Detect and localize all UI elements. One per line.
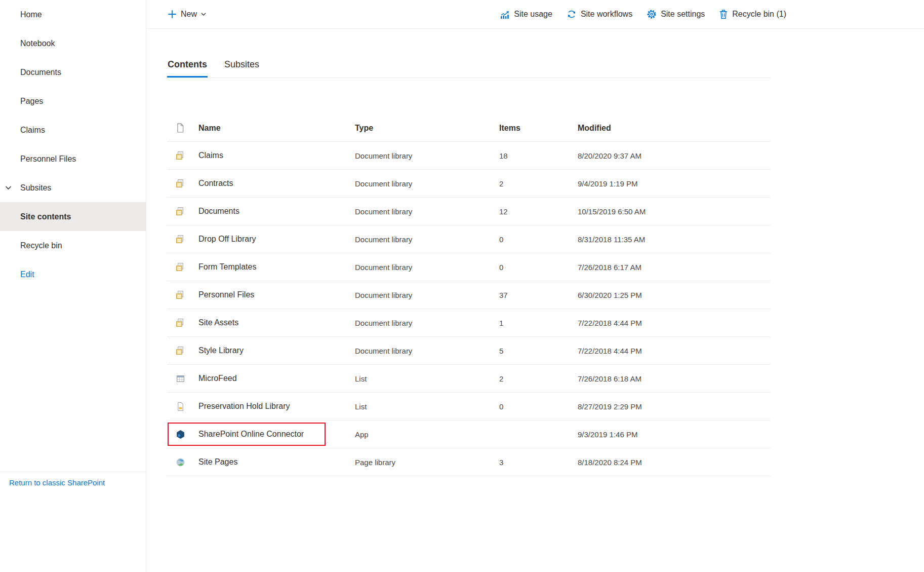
table-row[interactable]: Preservation Hold LibraryList08/27/2019 … [167,393,771,421]
table-row[interactable]: Style LibraryDocument library57/22/2018 … [167,337,771,365]
row-modified: 6/30/2020 1:25 PM [578,291,771,299]
row-name[interactable]: Claims [198,151,355,160]
row-name[interactable]: Style Library [198,346,355,355]
chart-icon [500,9,510,19]
toolbar-action-label: Site settings [661,10,705,19]
main-content: New Site usageSite workflowsSite setting… [147,0,924,572]
row-name[interactable]: Personnel Files [198,290,355,299]
column-header-items[interactable]: Items [499,124,578,133]
pages-icon [167,457,198,467]
sidebar-item-site-contents[interactable]: Site contents [0,202,146,231]
table-row[interactable]: Site PagesPage library38/18/2020 8:24 PM [167,448,771,476]
row-modified: 8/27/2019 2:29 PM [578,402,771,411]
row-items: 5 [499,347,578,355]
sidebar-item-label: Personnel Files [20,155,76,163]
row-name[interactable]: Contracts [198,179,355,188]
chevron-down-icon [200,11,207,17]
chevron-down-icon[interactable] [5,173,12,202]
row-name[interactable]: Drop Off Library [198,235,355,244]
row-items: 18 [499,151,578,160]
row-items: 2 [499,374,578,383]
row-name[interactable]: Site Pages [198,457,355,467]
row-type: App [355,430,499,439]
row-items: 0 [499,235,578,244]
table-row[interactable]: ContractsDocument library29/4/2019 1:19 … [167,170,771,198]
row-items: 1 [499,319,578,327]
row-modified: 8/31/2018 11:35 AM [578,235,771,244]
site-contents-table: Name Type Items Modified ClaimsDocument … [167,115,771,476]
row-type: List [355,402,499,411]
row-items: 0 [499,263,578,272]
sidebar-item-label: Site contents [20,212,71,221]
sidebar-item-label: Subsites [20,183,51,192]
table-row[interactable]: Drop Off LibraryDocument library08/31/20… [167,225,771,253]
gear-icon [647,9,657,19]
recycle-bin-button[interactable]: Recycle bin (1) [719,9,786,19]
table-row[interactable]: DocumentsDocument library1210/15/2019 6:… [167,198,771,225]
sidebar-item-documents[interactable]: Documents [0,58,146,87]
document-icon [167,123,198,133]
row-modified: 7/22/2018 4:44 PM [578,347,771,355]
sidebar-item-claims[interactable]: Claims [0,116,146,144]
tab-contents[interactable]: Contents [167,59,208,78]
library-icon [167,235,198,244]
library-icon [167,207,198,216]
command-bar: New Site usageSite workflowsSite setting… [147,0,924,29]
row-items: 0 [499,402,578,411]
sidebar-item-notebook[interactable]: Notebook [0,29,146,58]
site-usage-button[interactable]: Site usage [500,9,552,19]
row-modified: 7/26/2018 6:17 AM [578,263,771,272]
list-icon [167,374,198,384]
row-name[interactable]: Site Assets [198,318,355,327]
sidebar-item-personnel-files[interactable]: Personnel Files [0,144,146,173]
row-type: Document library [355,319,499,327]
row-name[interactable]: SharePoint Online Connector [198,430,355,439]
library-icon [167,346,198,356]
table-header: Name Type Items Modified [167,115,771,142]
column-header-name[interactable]: Name [198,124,355,133]
doc-icon [167,402,198,411]
row-modified: 8/18/2020 8:24 PM [578,458,771,467]
trash-icon [719,9,728,19]
row-name[interactable]: MicroFeed [198,374,355,383]
row-name[interactable]: Form Templates [198,262,355,272]
table-row[interactable]: Site AssetsDocument library17/22/2018 4:… [167,309,771,337]
toolbar-action-label: Site workflows [581,10,632,19]
sidebar-item-label: Home [20,10,42,19]
tab-subsites[interactable]: Subsites [224,59,260,78]
sidebar-item-edit[interactable]: Edit [0,260,146,289]
column-header-type[interactable]: Type [355,124,499,133]
row-type: Document library [355,263,499,272]
sidebar-item-label: Edit [20,270,34,279]
row-type: Page library [355,458,499,467]
table-row[interactable]: SharePoint Online ConnectorApp9/3/2019 1… [167,421,771,448]
row-items: 12 [499,207,578,216]
site-workflows-button[interactable]: Site workflows [567,9,632,19]
table-row[interactable]: Personnel FilesDocument library376/30/20… [167,281,771,309]
sidebar-item-label: Pages [20,97,43,105]
column-header-modified[interactable]: Modified [578,124,771,133]
return-to-classic-link[interactable]: Return to classic SharePoint [9,478,105,487]
sidebar-nav: HomeNotebookDocumentsPagesClaimsPersonne… [0,0,146,289]
sidebar-item-recycle-bin[interactable]: Recycle bin [0,231,146,260]
row-items: 3 [499,458,578,467]
sidebar-item-pages[interactable]: Pages [0,87,146,116]
sync-icon [567,9,577,19]
toolbar-action-label: Site usage [514,10,552,19]
sidebar-item-home[interactable]: Home [0,0,146,29]
new-button-label: New [181,10,197,19]
row-name[interactable]: Preservation Hold Library [198,402,355,411]
sidebar-item-subsites[interactable]: Subsites [0,173,146,202]
row-name[interactable]: Documents [198,207,355,216]
toolbar-actions: Site usageSite workflowsSite settingsRec… [500,9,786,19]
app-icon [167,430,198,439]
row-items: 2 [499,179,578,188]
table-row[interactable]: Form TemplatesDocument library07/26/2018… [167,253,771,281]
new-button[interactable]: New [167,9,207,19]
sidebar-item-label: Documents [20,68,61,77]
table-row[interactable]: MicroFeedList27/26/2018 6:18 AM [167,365,771,393]
library-icon [167,318,198,328]
table-row[interactable]: ClaimsDocument library188/20/2020 9:37 A… [167,142,771,170]
site-settings-button[interactable]: Site settings [647,9,705,19]
row-modified: 9/3/2019 1:46 PM [578,430,771,439]
